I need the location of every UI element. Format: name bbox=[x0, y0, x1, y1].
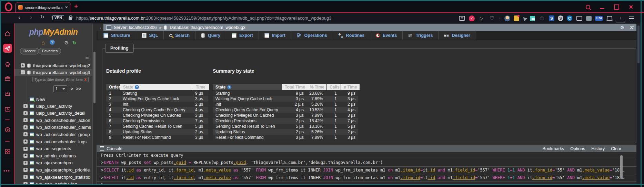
codecopy-extension-icon[interactable]: C bbox=[567, 15, 572, 21]
tab-query[interactable]: Query bbox=[195, 31, 226, 40]
package-extension-icon[interactable] bbox=[606, 15, 613, 22]
avatar-icon[interactable] bbox=[504, 15, 510, 21]
cursor-extension-icon[interactable] bbox=[522, 15, 527, 21]
expand-icon[interactable]: + bbox=[23, 125, 28, 129]
url-bar[interactable]: https://secure.thiagovarella.com.br:2083… bbox=[76, 15, 331, 21]
tree-table-item[interactable]: +wp_actionscheduler_claims bbox=[14, 124, 92, 131]
settings-s-extension-icon[interactable]: S bbox=[558, 15, 563, 21]
pma-sidebar-scrollbar[interactable] bbox=[92, 23, 97, 184]
tree-page-select[interactable]: 1 bbox=[53, 85, 67, 92]
tree-filter-input[interactable]: Type to filter these, Enter to search X bbox=[32, 77, 89, 82]
console-query-line[interactable]: >UPDATE wp_posts set wp_posts.guid = REP… bbox=[97, 159, 636, 167]
collapse-top-icon[interactable] bbox=[630, 26, 634, 29]
pma-logo[interactable]: phpMyAdmin bbox=[14, 28, 92, 37]
console-scrollbar-thumb[interactable] bbox=[620, 155, 623, 179]
gear-icon[interactable]: ⚙ bbox=[64, 40, 69, 46]
expand-icon[interactable]: + bbox=[23, 175, 28, 179]
clock-timer-icon[interactable]: 4:36 bbox=[595, 16, 603, 21]
expand-icon[interactable]: + bbox=[23, 147, 28, 151]
vpn-badge[interactable]: VPN bbox=[52, 15, 64, 20]
console-query-line[interactable]: >SELECT it.id as entry_id, it.form_id, m… bbox=[97, 174, 636, 182]
breadcrumb-back-arrow[interactable]: ← bbox=[99, 24, 104, 30]
tree-table-item[interactable]: +wp_actionscheduler_logs bbox=[14, 138, 92, 145]
lock-icon[interactable] bbox=[69, 17, 72, 20]
shield-check-icon[interactable]: ✓ bbox=[469, 15, 475, 21]
back-button[interactable]: ‹ bbox=[18, 14, 20, 21]
tree-table-item[interactable]: +wp_ajaxsearchpro_prioritie bbox=[14, 166, 92, 173]
scribd-extension-icon[interactable]: S bbox=[549, 15, 554, 21]
collapse-icon[interactable]: − bbox=[21, 70, 25, 74]
window-export-icon[interactable]: → bbox=[586, 16, 592, 21]
expand-icon[interactable]: + bbox=[23, 139, 28, 144]
home-icon[interactable]: ⌂ bbox=[41, 40, 45, 46]
tree-db-item[interactable]: +thiagovarellacom_wpdebug2 bbox=[14, 62, 92, 69]
tab-import[interactable]: Import bbox=[259, 31, 291, 40]
tree-table-item[interactable]: +wp_actionscheduler_action bbox=[14, 117, 92, 124]
crown-icon[interactable] bbox=[3, 90, 12, 98]
tab-sql[interactable]: SQL bbox=[136, 31, 164, 40]
column-header[interactable]: Total Time bbox=[282, 84, 307, 90]
console-bar[interactable]: Console BookmarksOptionsHistoryClear bbox=[97, 145, 636, 152]
console-prompt[interactable]: > bbox=[97, 182, 636, 184]
tab-triggers[interactable]: Triggers bbox=[403, 31, 439, 40]
tree-table-item[interactable]: +wp_ac_segments bbox=[14, 145, 92, 152]
tab-search[interactable]: Search bbox=[164, 31, 195, 40]
column-header[interactable]: Calls bbox=[327, 84, 341, 90]
reload-button[interactable]: ↻ bbox=[40, 14, 44, 20]
help-icon[interactable]: ? bbox=[135, 85, 139, 89]
maximize-button[interactable] bbox=[614, 4, 619, 10]
tampermonkey-icon[interactable] bbox=[514, 15, 519, 21]
browser-tab[interactable]: secure.thiagovarella.com.b × bbox=[15, 2, 71, 12]
column-header[interactable]: ø Time bbox=[341, 84, 360, 90]
opera-logo-icon[interactable] bbox=[5, 2, 12, 11]
column-header[interactable]: State? bbox=[120, 84, 193, 90]
tree-table-item[interactable]: +wp_aws_activity_log bbox=[14, 181, 92, 184]
tab-events[interactable]: Events bbox=[370, 31, 403, 40]
tab-export[interactable]: Export bbox=[226, 31, 259, 40]
new-tab-button[interactable]: + bbox=[74, 3, 78, 10]
airplane-icon[interactable] bbox=[3, 44, 12, 53]
expand-icon[interactable]: + bbox=[23, 111, 28, 115]
refresh-icon[interactable]: ↻ bbox=[72, 40, 77, 46]
fullscreen-capture-icon[interactable] bbox=[576, 15, 583, 22]
console-menu-options[interactable]: Options bbox=[570, 146, 585, 151]
tab-operations[interactable]: Operations bbox=[291, 31, 333, 40]
tree-table-item[interactable]: +ualp_user_activity_detail bbox=[14, 110, 92, 117]
expand-icon[interactable]: + bbox=[23, 132, 28, 136]
console-menu-clear[interactable]: Clear bbox=[611, 146, 621, 151]
tab-designer[interactable]: Designer bbox=[439, 31, 476, 40]
toolbar-settings-icon[interactable] bbox=[628, 15, 635, 22]
console-area[interactable]: Press Ctrl+Enter to execute query >UPDAT… bbox=[97, 152, 636, 184]
save-extension-icon[interactable] bbox=[530, 16, 535, 21]
expand-icon[interactable]: + bbox=[23, 161, 28, 165]
page-settings-gear-icon[interactable]: ⚙ bbox=[620, 25, 624, 30]
column-header[interactable]: Time bbox=[193, 84, 209, 90]
download-icon[interactable]: ↓ bbox=[616, 14, 625, 22]
tree-filter-clear-icon[interactable]: X bbox=[84, 78, 87, 82]
send-icon[interactable]: ▷ bbox=[478, 15, 485, 22]
expand-icon[interactable]: + bbox=[23, 154, 28, 158]
favorites-button[interactable]: Favorites bbox=[39, 48, 61, 54]
tree-item-new[interactable]: New bbox=[14, 96, 92, 103]
skull-icon[interactable] bbox=[3, 60, 12, 69]
forward-button[interactable]: › bbox=[30, 14, 32, 21]
help-icon[interactable]: ? bbox=[227, 85, 231, 89]
play-circle-icon[interactable] bbox=[3, 125, 12, 134]
search-icon[interactable] bbox=[586, 5, 590, 9]
briefcase-icon[interactable] bbox=[3, 74, 12, 83]
heart-icon[interactable]: ♡ bbox=[489, 15, 495, 22]
camera-icon[interactable] bbox=[459, 15, 465, 22]
recycle-extension-icon[interactable]: ♲ bbox=[539, 15, 545, 22]
console-menu-history[interactable]: History bbox=[591, 146, 605, 151]
tab-close-icon[interactable]: × bbox=[65, 5, 68, 10]
column-header[interactable]: Order bbox=[106, 84, 120, 90]
tree-table-item[interactable]: +wp_ajaxsearchpro bbox=[14, 159, 92, 166]
apps-grid-icon[interactable] bbox=[3, 147, 12, 156]
pma-sidebar-scrollbar-thumb[interactable] bbox=[93, 52, 95, 103]
home-icon[interactable] bbox=[3, 29, 12, 38]
tree-page-link[interactable]: >> bbox=[76, 86, 81, 91]
help-icon[interactable]: ? bbox=[50, 40, 55, 45]
close-button[interactable]: × bbox=[629, 4, 633, 10]
page-scrollbar-thumb[interactable] bbox=[637, 25, 640, 63]
breadcrumb-database[interactable]: Database: thiagovarellacom_wpdebug3 bbox=[170, 25, 245, 30]
